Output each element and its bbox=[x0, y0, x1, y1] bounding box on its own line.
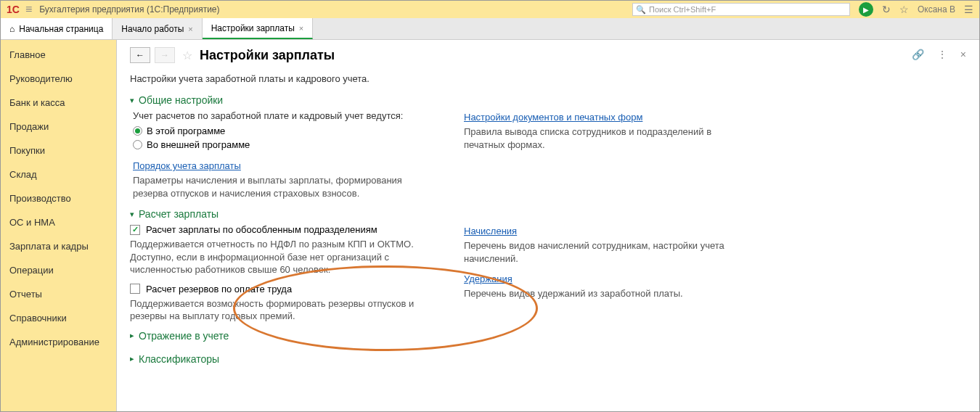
page-title: Настройки зарплаты bbox=[200, 48, 335, 63]
username-label[interactable]: Оксана В bbox=[918, 4, 955, 15]
tab-home-label: Начальная страница bbox=[19, 24, 103, 34]
link-accruals[interactable]: Начисления bbox=[464, 226, 517, 236]
favorite-icon[interactable]: ☆ bbox=[182, 49, 192, 62]
radio-icon bbox=[133, 126, 142, 136]
header-actions: 🔗 ⋮ × bbox=[912, 49, 966, 60]
chevron-right-icon: ▸ bbox=[130, 354, 134, 363]
section-classifiers-header[interactable]: ▸ Классификаторы bbox=[130, 353, 966, 365]
history-icon[interactable]: ↻ bbox=[882, 4, 891, 15]
checkbox-separate-divisions[interactable]: Расчет зарплаты по обособленным подразде… bbox=[130, 224, 435, 235]
desc-separate-divisions: Поддерживается отчетность по НДФЛ по раз… bbox=[130, 238, 435, 276]
checkbox-separate-label: Расчет зарплаты по обособленным подразде… bbox=[146, 224, 377, 235]
desc-reserves: Поддерживается возможность формировать р… bbox=[130, 297, 435, 323]
sidebar-item-manager[interactable]: Руководителю bbox=[1, 67, 116, 91]
radio-external-program[interactable]: Во внешней программе bbox=[133, 139, 435, 150]
sidebar-item-operations[interactable]: Операции bbox=[1, 258, 116, 282]
hamburger-icon[interactable]: ≡ bbox=[25, 3, 32, 16]
nav-back-button[interactable]: ← bbox=[130, 47, 150, 63]
app-title: Бухгалтерия предприятия (1С:Предприятие) bbox=[39, 4, 632, 15]
sidebar-item-salary[interactable]: Зарплата и кадры bbox=[1, 234, 116, 258]
sidebar-item-bank[interactable]: Банк и касса bbox=[1, 91, 116, 115]
link-doc-settings[interactable]: Настройки документов и печатных форм bbox=[464, 112, 642, 123]
chevron-down-icon: ▾ bbox=[130, 210, 134, 219]
sidebar-item-production[interactable]: Производство bbox=[1, 186, 116, 210]
link-deductions[interactable]: Удержания bbox=[464, 273, 513, 284]
menu-icon[interactable]: ☰ bbox=[964, 4, 973, 15]
sidebar-item-assets[interactable]: ОС и НМА bbox=[1, 210, 116, 234]
tab-home[interactable]: ⌂ Начальная страница bbox=[1, 18, 113, 39]
tabs-bar: ⌂ Начальная страница Начало работы × Нас… bbox=[1, 18, 979, 40]
section-reflection-header[interactable]: ▸ Отражение в учете bbox=[130, 330, 966, 342]
sidebar: Главное Руководителю Банк и касса Продаж… bbox=[1, 40, 117, 411]
checkbox-icon bbox=[130, 225, 140, 235]
sidebar-item-warehouse[interactable]: Склад bbox=[1, 162, 116, 186]
tab-salary-settings[interactable]: Настройки зарплаты × bbox=[203, 18, 314, 39]
sidebar-item-admin[interactable]: Администрирование bbox=[1, 330, 116, 354]
home-icon: ⌂ bbox=[9, 24, 15, 34]
desc-salary-order: Параметры начисления и выплаты зарплаты,… bbox=[133, 174, 435, 199]
checkbox-icon bbox=[130, 284, 140, 294]
sidebar-item-purchases[interactable]: Покупки bbox=[1, 139, 116, 162]
play-button-icon[interactable]: ▶ bbox=[859, 2, 873, 17]
tab-start-label: Начало работы bbox=[121, 24, 184, 34]
chevron-down-icon: ▾ bbox=[130, 96, 134, 105]
chevron-right-icon: ▸ bbox=[130, 331, 134, 340]
tab-salary-label: Настройки зарплаты bbox=[211, 23, 295, 33]
app-logo-icon: 1C bbox=[7, 4, 20, 15]
close-panel-icon[interactable]: × bbox=[960, 49, 966, 60]
radio-external-label: Во внешней программе bbox=[147, 139, 250, 150]
sidebar-item-sales[interactable]: Продажи bbox=[1, 115, 116, 139]
close-icon[interactable]: × bbox=[188, 25, 192, 33]
section-salary-label: Расчет зарплаты bbox=[139, 208, 219, 220]
nav-forward-button[interactable]: → bbox=[155, 47, 175, 63]
title-bar: 1C ≡ Бухгалтерия предприятия (1С:Предпри… bbox=[1, 1, 979, 18]
content-header: ← → ☆ Настройки зарплаты bbox=[130, 47, 966, 63]
sidebar-item-references[interactable]: Справочники bbox=[1, 306, 116, 330]
content-area: ← → ☆ Настройки зарплаты 🔗 ⋮ × Настройки… bbox=[117, 40, 979, 411]
star-icon[interactable]: ☆ bbox=[899, 4, 909, 15]
title-right: ▶ ↻ ☆ Оксана В ☰ bbox=[859, 2, 973, 17]
radio-this-program[interactable]: В этой программе bbox=[133, 125, 435, 136]
general-lead-text: Учет расчетов по заработной плате и кадр… bbox=[133, 110, 435, 121]
link-salary-order[interactable]: Порядок учета зарплаты bbox=[133, 160, 241, 171]
link-icon[interactable]: 🔗 bbox=[912, 49, 924, 60]
section-reflection-label: Отражение в учете bbox=[139, 330, 229, 342]
desc-deductions: Перечень видов удержаний из заработной п… bbox=[464, 287, 754, 300]
checkbox-reserves[interactable]: Расчет резервов по оплате труда bbox=[130, 284, 435, 294]
tab-start[interactable]: Начало работы × bbox=[113, 18, 202, 39]
page-subtitle: Настройки учета заработной платы и кадро… bbox=[130, 73, 966, 84]
radio-this-label: В этой программе bbox=[147, 125, 225, 136]
desc-doc-settings: Правила вывода списка сотрудников и подр… bbox=[464, 125, 754, 151]
section-general-label: Общие настройки bbox=[139, 94, 223, 106]
search-input[interactable]: 🔍 Поиск Ctrl+Shift+F bbox=[632, 3, 850, 16]
radio-icon bbox=[133, 140, 142, 149]
desc-accruals: Перечень видов начислений сотрудникам, н… bbox=[464, 239, 754, 265]
search-placeholder: Поиск Ctrl+Shift+F bbox=[649, 5, 716, 14]
close-icon[interactable]: × bbox=[299, 24, 303, 33]
section-salary-header[interactable]: ▾ Расчет зарплаты bbox=[130, 208, 966, 220]
checkbox-reserves-label: Расчет резервов по оплате труда bbox=[146, 284, 292, 294]
section-general-header[interactable]: ▾ Общие настройки bbox=[130, 94, 966, 106]
sidebar-item-main[interactable]: Главное bbox=[1, 43, 116, 67]
more-icon[interactable]: ⋮ bbox=[937, 49, 947, 60]
sidebar-item-reports[interactable]: Отчеты bbox=[1, 282, 116, 306]
search-icon: 🔍 bbox=[636, 5, 646, 15]
section-classifiers-label: Классификаторы bbox=[139, 353, 219, 365]
